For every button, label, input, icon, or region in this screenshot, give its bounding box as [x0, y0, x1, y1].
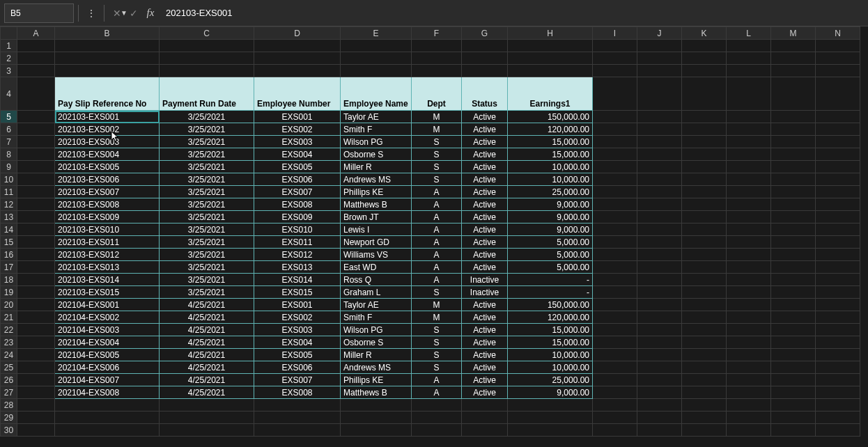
cell-L28[interactable]: [727, 399, 771, 411]
cell-L23[interactable]: [727, 336, 771, 349]
cell-C27[interactable]: 4/25/2021: [160, 386, 254, 399]
cell-D3[interactable]: [254, 65, 341, 77]
cell-K16[interactable]: [682, 249, 727, 261]
cell-H12[interactable]: 9,000.00: [508, 198, 593, 211]
cell-E24[interactable]: Miller R: [341, 349, 412, 361]
cell-M1[interactable]: [771, 40, 816, 52]
cell-C10[interactable]: 3/25/2021: [160, 173, 254, 186]
cell-L27[interactable]: [727, 386, 771, 399]
cell-K20[interactable]: [682, 299, 727, 311]
cell-J20[interactable]: [637, 299, 682, 311]
cell-L9[interactable]: [727, 161, 771, 173]
cell-H6[interactable]: 120,000.00: [508, 123, 593, 136]
cell-D14[interactable]: EXS010: [254, 224, 341, 236]
cell-D18[interactable]: EXS014: [254, 274, 341, 286]
cell-I3[interactable]: [593, 65, 637, 77]
cell-L12[interactable]: [727, 198, 771, 211]
cell-C9[interactable]: 3/25/2021: [160, 161, 254, 173]
cell-A7[interactable]: [17, 136, 55, 148]
cell-D30[interactable]: [254, 424, 341, 437]
cell-F10[interactable]: S: [412, 173, 462, 186]
cell-J17[interactable]: [637, 261, 682, 274]
name-box[interactable]: ▼: [4, 3, 74, 23]
cell-F21[interactable]: M: [412, 311, 462, 324]
cell-J21[interactable]: [637, 311, 682, 324]
cell-I12[interactable]: [593, 198, 637, 211]
cell-E15[interactable]: Newport GD: [341, 236, 412, 249]
cell-H16[interactable]: 5,000.00: [508, 249, 593, 261]
cell-C2[interactable]: [160, 52, 254, 65]
cell-K9[interactable]: [682, 161, 727, 173]
cell-F19[interactable]: S: [412, 286, 462, 299]
cell-M16[interactable]: [771, 249, 816, 261]
cell-I26[interactable]: [593, 374, 637, 386]
cell-D7[interactable]: EXS003: [254, 136, 341, 148]
cell-B3[interactable]: [55, 65, 160, 77]
cell-I11[interactable]: [593, 186, 637, 198]
cell-N7[interactable]: [816, 136, 860, 148]
cell-H21[interactable]: 120,000.00: [508, 311, 593, 324]
cell-H13[interactable]: 9,000.00: [508, 211, 593, 224]
cell-K6[interactable]: [682, 123, 727, 136]
row-header-13[interactable]: 13: [1, 211, 17, 224]
col-header-E[interactable]: E: [341, 27, 412, 40]
cell-H30[interactable]: [508, 424, 593, 437]
cell-C18[interactable]: 3/25/2021: [160, 274, 254, 286]
cell-E22[interactable]: Wilson PG: [341, 324, 412, 336]
cell-I14[interactable]: [593, 224, 637, 236]
cell-N8[interactable]: [816, 148, 860, 161]
cell-E5[interactable]: Taylor AE: [341, 111, 412, 123]
cell-C26[interactable]: 4/25/2021: [160, 374, 254, 386]
row-header-23[interactable]: 23: [1, 336, 17, 349]
formula-input[interactable]: [159, 3, 868, 23]
row-header-8[interactable]: 8: [1, 148, 17, 161]
cell-K29[interactable]: [682, 411, 727, 424]
cell-K15[interactable]: [682, 236, 727, 249]
cell-K19[interactable]: [682, 286, 727, 299]
row-header-27[interactable]: 27: [1, 386, 17, 399]
cell-B18[interactable]: 202103-EXS014: [55, 274, 160, 286]
cell-I20[interactable]: [593, 299, 637, 311]
cell-J3[interactable]: [637, 65, 682, 77]
cell-K3[interactable]: [682, 65, 727, 77]
cell-J23[interactable]: [637, 336, 682, 349]
cell-M3[interactable]: [771, 65, 816, 77]
cell-D22[interactable]: EXS003: [254, 324, 341, 336]
cell-H17[interactable]: 5,000.00: [508, 261, 593, 274]
col-header-M[interactable]: M: [771, 27, 816, 40]
cell-C21[interactable]: 4/25/2021: [160, 311, 254, 324]
row-header-17[interactable]: 17: [1, 261, 17, 274]
cell-B25[interactable]: 202104-EXS006: [55, 361, 160, 374]
cell-E7[interactable]: Wilson PG: [341, 136, 412, 148]
cell-K18[interactable]: [682, 274, 727, 286]
cell-N20[interactable]: [816, 299, 860, 311]
cell-D2[interactable]: [254, 52, 341, 65]
cell-E17[interactable]: East WD: [341, 261, 412, 274]
cell-L18[interactable]: [727, 274, 771, 286]
cell-J9[interactable]: [637, 161, 682, 173]
cell-M12[interactable]: [771, 198, 816, 211]
cell-I27[interactable]: [593, 386, 637, 399]
col-header-N[interactable]: N: [816, 27, 860, 40]
cell-G29[interactable]: [462, 411, 508, 424]
cell-B21[interactable]: 202104-EXS002: [55, 311, 160, 324]
cell-C1[interactable]: [160, 40, 254, 52]
cell-A8[interactable]: [17, 148, 55, 161]
cell-F5[interactable]: M: [412, 111, 462, 123]
cell-A17[interactable]: [17, 261, 55, 274]
cell-B19[interactable]: 202103-EXS015: [55, 286, 160, 299]
cell-N15[interactable]: [816, 236, 860, 249]
cell-J25[interactable]: [637, 361, 682, 374]
cell-H20[interactable]: 150,000.00: [508, 299, 593, 311]
cell-B20[interactable]: 202104-EXS001: [55, 299, 160, 311]
row-header-21[interactable]: 21: [1, 311, 17, 324]
cell-L1[interactable]: [727, 40, 771, 52]
row-header-18[interactable]: 18: [1, 274, 17, 286]
cell-M19[interactable]: [771, 286, 816, 299]
cell-K22[interactable]: [682, 324, 727, 336]
cell-D13[interactable]: EXS009: [254, 211, 341, 224]
more-icon[interactable]: ⋮: [83, 5, 100, 22]
col-header-A[interactable]: A: [17, 27, 55, 40]
cell-F24[interactable]: S: [412, 349, 462, 361]
cell-F26[interactable]: A: [412, 374, 462, 386]
